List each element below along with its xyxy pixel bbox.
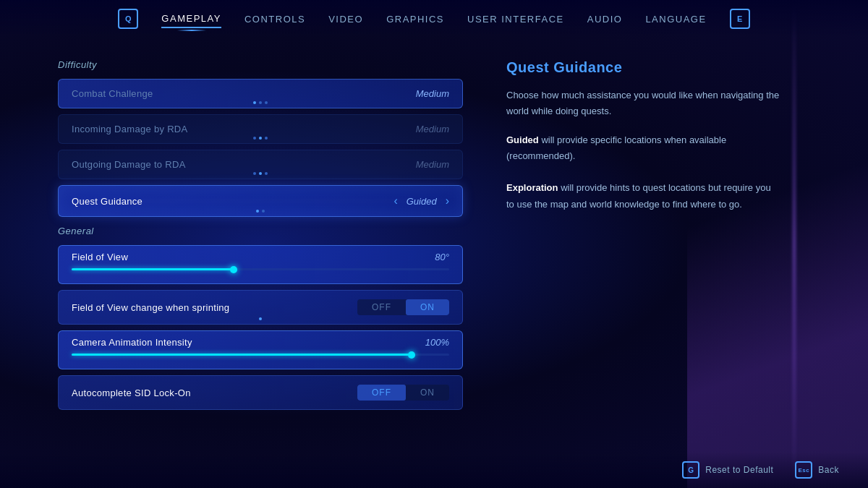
dot-1: [256, 210, 259, 213]
combat-challenge-row[interactable]: Combat Challenge Medium: [58, 79, 463, 108]
dot-3: [265, 137, 268, 140]
fov-sprint-row[interactable]: Field of View change when sprinting OFF …: [58, 290, 463, 325]
fov-header: Field of View 80°: [72, 252, 449, 262]
dot-3: [265, 172, 268, 175]
outgoing-damage-label: Outgoing Damage to RDA: [72, 159, 186, 170]
tab-language[interactable]: LANGUAGE: [645, 11, 706, 27]
dot-1: [253, 137, 256, 140]
right-panel: Quest Guidance Choose how much assistanc…: [477, 38, 868, 488]
back-label: Back: [818, 465, 839, 475]
cam-anim-row[interactable]: Camera Animation Intensity 100%: [58, 330, 463, 369]
back-action[interactable]: Esc Back: [795, 461, 839, 479]
back-icon: Esc: [795, 461, 812, 479]
combat-challenge-dots: [253, 101, 268, 104]
info-paragraph2: Guided will provide specific locations w…: [506, 132, 781, 212]
guided-label: Guided: [506, 134, 539, 145]
combat-challenge-value: Medium: [416, 88, 449, 99]
quest-guidance-controls: ‹ Guided ›: [393, 194, 449, 207]
main-content: Difficulty Combat Challenge Medium Incom…: [0, 38, 868, 488]
e-icon[interactable]: E: [730, 9, 750, 29]
autocomplete-off[interactable]: OFF: [357, 385, 406, 401]
difficulty-section-label: Difficulty: [58, 59, 463, 70]
cam-anim-slider-thumb: [408, 351, 415, 359]
tab-controls[interactable]: CONTROLS: [244, 11, 305, 27]
tab-graphics[interactable]: GRAPHICS: [386, 11, 444, 27]
dot-2: [262, 210, 265, 213]
cam-anim-label: Camera Animation Intensity: [72, 337, 192, 348]
autocomplete-row[interactable]: Autocomplete SID Lock-On OFF ON: [58, 375, 463, 410]
general-section-label: General: [58, 226, 463, 236]
autocomplete-toggle[interactable]: OFF ON: [357, 385, 449, 401]
guided-desc: will provide specific locations when ava…: [506, 134, 726, 161]
fov-sprint-on[interactable]: ON: [406, 299, 449, 315]
dot-1: [253, 172, 256, 175]
reset-icon: G: [682, 461, 699, 479]
fov-sprint-toggle[interactable]: OFF ON: [357, 299, 449, 315]
quest-guidance-value: Guided: [407, 196, 437, 207]
dot-2: [259, 101, 262, 104]
cam-anim-header: Camera Animation Intensity 100%: [72, 337, 449, 348]
dot-1: [253, 101, 256, 104]
bottom-bar: G Reset to Default Esc Back: [0, 452, 868, 488]
outgoing-damage-row[interactable]: Outgoing Damage to RDA Medium: [58, 150, 463, 179]
general-settings-list: Field of View 80° Field of View change w…: [58, 245, 463, 410]
q-icon[interactable]: Q: [118, 9, 138, 29]
dot-3: [265, 101, 268, 104]
dot-2: [259, 137, 262, 140]
fov-slider-thumb: [230, 266, 237, 273]
tab-video[interactable]: VIDEO: [328, 11, 363, 27]
combat-challenge-label: Combat Challenge: [72, 88, 153, 99]
quest-guidance-row[interactable]: Quest Guidance ‹ Guided ›: [58, 185, 463, 217]
tab-user-interface[interactable]: USER INTERFACE: [467, 11, 564, 27]
top-nav: Q GAMEPLAY CONTROLS VIDEO GRAPHICS USER …: [0, 0, 868, 38]
autocomplete-label: Autocomplete SID Lock-On: [72, 388, 191, 398]
fov-slider-track[interactable]: [72, 268, 449, 270]
autocomplete-on[interactable]: ON: [406, 385, 449, 401]
cam-anim-value: 100%: [425, 337, 449, 348]
cam-anim-slider-fill: [72, 354, 412, 356]
fov-sprint-off[interactable]: OFF: [357, 299, 406, 315]
incoming-damage-dots: [253, 137, 268, 140]
left-arrow[interactable]: ‹: [393, 194, 397, 207]
exploration-label: Exploration: [506, 182, 558, 193]
incoming-damage-value: Medium: [416, 124, 449, 134]
tab-audio[interactable]: AUDIO: [587, 11, 623, 27]
tab-gameplay[interactable]: GAMEPLAY: [161, 10, 221, 28]
fov-value: 80°: [435, 252, 449, 262]
fov-slider-fill: [72, 268, 234, 270]
reset-to-default-action[interactable]: G Reset to Default: [682, 461, 773, 479]
dot-2: [259, 172, 262, 175]
cam-anim-slider-track[interactable]: [72, 354, 449, 356]
outgoing-damage-dots: [253, 172, 268, 175]
info-title: Quest Guidance: [506, 59, 839, 76]
fov-sprint-label: Field of View change when sprinting: [72, 302, 229, 313]
incoming-damage-label: Incoming Damage by RDA: [72, 124, 188, 134]
quest-guidance-label: Quest Guidance: [72, 196, 142, 207]
fov-label: Field of View: [72, 252, 128, 262]
outgoing-damage-value: Medium: [416, 159, 449, 170]
incoming-damage-row[interactable]: Incoming Damage by RDA Medium: [58, 114, 463, 144]
settings-list: Combat Challenge Medium Incoming Damage …: [58, 79, 463, 217]
reset-label: Reset to Default: [705, 465, 773, 475]
right-arrow[interactable]: ›: [446, 194, 449, 207]
fov-sprint-dot: [259, 317, 262, 320]
fov-row[interactable]: Field of View 80°: [58, 245, 463, 284]
info-paragraph1: Choose how much assistance you would lik…: [506, 87, 781, 119]
left-panel: Difficulty Combat Challenge Medium Incom…: [0, 38, 477, 488]
quest-guidance-dots: [256, 210, 265, 213]
